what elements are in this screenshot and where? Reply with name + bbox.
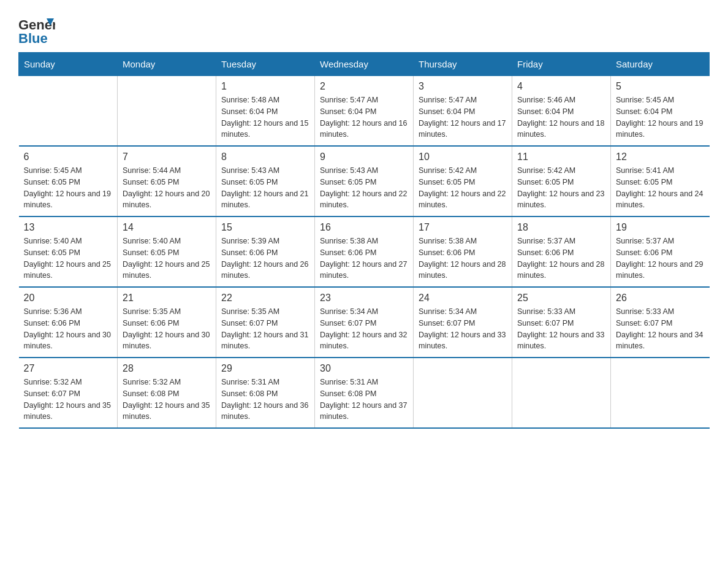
day-number: 5 — [616, 81, 705, 92]
day-number: 11 — [517, 151, 605, 163]
day-number: 23 — [320, 293, 408, 304]
daylight-text: Daylight: 12 hours and 34 minutes. — [616, 329, 705, 353]
day-number: 26 — [616, 293, 705, 304]
day-number: 24 — [419, 293, 507, 304]
daylight-text: Daylight: 12 hours and 28 minutes. — [517, 259, 605, 282]
sunrise-text: Sunrise: 5:46 AM — [517, 94, 605, 106]
day-number: 17 — [419, 222, 507, 233]
sunset-text: Sunset: 6:07 PM — [517, 318, 605, 329]
daylight-text: Daylight: 12 hours and 15 minutes. — [221, 118, 309, 141]
day-number: 12 — [616, 151, 705, 163]
day-info: Sunrise: 5:36 AMSunset: 6:06 PMDaylight:… — [24, 306, 113, 352]
daylight-text: Daylight: 12 hours and 37 minutes. — [320, 400, 408, 423]
sunrise-text: Sunrise: 5:39 AM — [221, 236, 309, 247]
sunrise-text: Sunrise: 5:48 AM — [221, 94, 309, 106]
header-wednesday: Wednesday — [315, 53, 414, 76]
sunrise-text: Sunrise: 5:32 AM — [123, 377, 211, 388]
daylight-text: Daylight: 12 hours and 22 minutes. — [419, 188, 507, 212]
header-thursday: Thursday — [414, 53, 512, 76]
sunset-text: Sunset: 6:04 PM — [616, 106, 705, 118]
sunrise-text: Sunrise: 5:35 AM — [123, 306, 211, 318]
day-cell: 11Sunrise: 5:42 AMSunset: 6:05 PMDayligh… — [512, 146, 611, 216]
day-info: Sunrise: 5:31 AMSunset: 6:08 PMDaylight:… — [320, 377, 408, 423]
day-number: 13 — [24, 222, 113, 233]
sunset-text: Sunset: 6:08 PM — [320, 388, 408, 400]
sunset-text: Sunset: 6:07 PM — [616, 318, 705, 329]
sunset-text: Sunset: 6:05 PM — [123, 247, 211, 259]
day-cell: 24Sunrise: 5:34 AMSunset: 6:07 PMDayligh… — [414, 287, 512, 358]
sunrise-text: Sunrise: 5:31 AM — [320, 377, 408, 388]
day-number: 9 — [320, 151, 408, 163]
sunrise-text: Sunrise: 5:34 AM — [320, 306, 408, 318]
day-cell: 12Sunrise: 5:41 AMSunset: 6:05 PMDayligh… — [611, 146, 710, 216]
day-info: Sunrise: 5:32 AMSunset: 6:07 PMDaylight:… — [24, 377, 113, 423]
day-cell: 25Sunrise: 5:33 AMSunset: 6:07 PMDayligh… — [512, 287, 611, 358]
day-number: 20 — [24, 293, 113, 304]
sunrise-text: Sunrise: 5:47 AM — [419, 94, 507, 106]
day-cell: 14Sunrise: 5:40 AMSunset: 6:05 PMDayligh… — [118, 216, 216, 287]
day-cell: 9Sunrise: 5:43 AMSunset: 6:05 PMDaylight… — [315, 146, 414, 216]
sunrise-text: Sunrise: 5:43 AM — [320, 165, 408, 177]
sunrise-text: Sunrise: 5:34 AM — [419, 306, 507, 318]
day-info: Sunrise: 5:34 AMSunset: 6:07 PMDaylight:… — [320, 306, 408, 352]
daylight-text: Daylight: 12 hours and 19 minutes. — [24, 188, 113, 212]
daylight-text: Daylight: 12 hours and 21 minutes. — [221, 188, 309, 212]
sunrise-text: Sunrise: 5:35 AM — [221, 306, 309, 318]
sunrise-text: Sunrise: 5:33 AM — [616, 306, 705, 318]
day-number: 18 — [517, 222, 605, 233]
sunrise-text: Sunrise: 5:38 AM — [320, 236, 408, 247]
day-info: Sunrise: 5:47 AMSunset: 6:04 PMDaylight:… — [320, 94, 408, 140]
day-cell: 23Sunrise: 5:34 AMSunset: 6:07 PMDayligh… — [315, 287, 414, 358]
daylight-text: Daylight: 12 hours and 35 minutes. — [123, 400, 211, 423]
sunset-text: Sunset: 6:08 PM — [123, 388, 211, 400]
sunset-text: Sunset: 6:07 PM — [419, 318, 507, 329]
day-info: Sunrise: 5:45 AMSunset: 6:04 PMDaylight:… — [616, 94, 705, 140]
daylight-text: Daylight: 12 hours and 30 minutes. — [24, 329, 113, 353]
daylight-text: Daylight: 12 hours and 31 minutes. — [221, 329, 309, 353]
sunset-text: Sunset: 6:06 PM — [24, 318, 113, 329]
day-info: Sunrise: 5:47 AMSunset: 6:04 PMDaylight:… — [419, 94, 507, 140]
sunset-text: Sunset: 6:05 PM — [24, 247, 113, 259]
sunset-text: Sunset: 6:06 PM — [616, 247, 705, 259]
day-info: Sunrise: 5:39 AMSunset: 6:06 PMDaylight:… — [221, 236, 309, 282]
week-row-5: 27Sunrise: 5:32 AMSunset: 6:07 PMDayligh… — [19, 358, 710, 428]
daylight-text: Daylight: 12 hours and 36 minutes. — [221, 400, 309, 423]
day-info: Sunrise: 5:37 AMSunset: 6:06 PMDaylight:… — [517, 236, 605, 282]
page-header: General Blue — [18, 12, 710, 46]
sunrise-text: Sunrise: 5:45 AM — [24, 165, 113, 177]
daylight-text: Daylight: 12 hours and 28 minutes. — [419, 259, 507, 282]
daylight-text: Daylight: 12 hours and 22 minutes. — [320, 188, 408, 212]
calendar-table: SundayMondayTuesdayWednesdayThursdayFrid… — [18, 52, 710, 429]
day-info: Sunrise: 5:37 AMSunset: 6:06 PMDaylight:… — [616, 236, 705, 282]
sunrise-text: Sunrise: 5:37 AM — [616, 236, 705, 247]
day-cell: 21Sunrise: 5:35 AMSunset: 6:06 PMDayligh… — [118, 287, 216, 358]
day-cell: 5Sunrise: 5:45 AMSunset: 6:04 PMDaylight… — [611, 76, 710, 147]
sunset-text: Sunset: 6:06 PM — [419, 247, 507, 259]
sunset-text: Sunset: 6:05 PM — [24, 177, 113, 188]
sunset-text: Sunset: 6:07 PM — [24, 388, 113, 400]
day-number: 25 — [517, 293, 605, 304]
week-row-1: 1Sunrise: 5:48 AMSunset: 6:04 PMDaylight… — [19, 76, 710, 147]
day-info: Sunrise: 5:38 AMSunset: 6:06 PMDaylight:… — [419, 236, 507, 282]
logo: General Blue — [18, 12, 55, 46]
day-cell: 29Sunrise: 5:31 AMSunset: 6:08 PMDayligh… — [216, 358, 315, 428]
sunrise-text: Sunrise: 5:33 AM — [517, 306, 605, 318]
sunset-text: Sunset: 6:08 PM — [221, 388, 309, 400]
sunrise-text: Sunrise: 5:45 AM — [616, 94, 705, 106]
day-number: 21 — [123, 293, 211, 304]
day-number: 22 — [221, 293, 309, 304]
day-number: 7 — [123, 151, 211, 163]
day-number: 30 — [320, 363, 408, 374]
day-number: 2 — [320, 81, 408, 92]
daylight-text: Daylight: 12 hours and 29 minutes. — [616, 259, 705, 282]
day-number: 19 — [616, 222, 705, 233]
svg-text:Blue: Blue — [18, 31, 48, 46]
week-row-2: 6Sunrise: 5:45 AMSunset: 6:05 PMDaylight… — [19, 146, 710, 216]
header-saturday: Saturday — [611, 53, 710, 76]
sunrise-text: Sunrise: 5:42 AM — [419, 165, 507, 177]
sunrise-text: Sunrise: 5:31 AM — [221, 377, 309, 388]
day-number: 1 — [221, 81, 309, 92]
day-number: 3 — [419, 81, 507, 92]
day-cell — [512, 358, 611, 428]
header-monday: Monday — [118, 53, 216, 76]
